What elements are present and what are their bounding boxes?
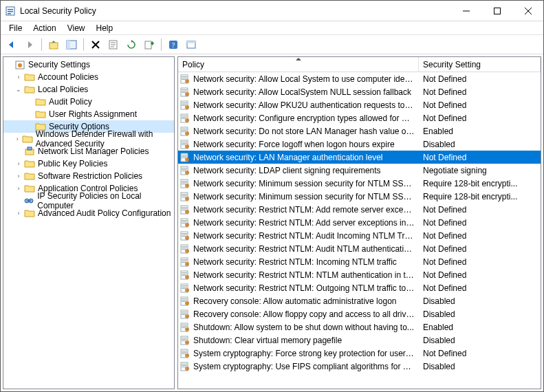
tree-item[interactable]: ›Advanced Audit Policy Configuration (3, 207, 174, 219)
svg-rect-85 (182, 220, 187, 221)
list-row[interactable]: Network security: Force logoff when logo… (178, 138, 541, 151)
security-settings-icon (14, 59, 25, 70)
tree-item-label: Advanced Audit Policy Configuration (38, 208, 171, 218)
close-button[interactable] (512, 1, 543, 21)
tree-item[interactable]: ⌄Local Policies (3, 83, 174, 96)
list-row[interactable]: Network security: Minimum session securi… (178, 177, 541, 190)
svg-rect-76 (182, 195, 187, 196)
tree-root[interactable]: ▶ Security Settings (3, 58, 174, 71)
delete-button[interactable] (87, 37, 104, 52)
tree-item[interactable]: ›Network List Manager Policies (3, 145, 174, 157)
tree-item-label: Windows Defender Firewall with Advanced … (36, 129, 171, 149)
list-row[interactable]: Shutdown: Allow system to be shut down w… (178, 320, 541, 334)
svg-point-103 (185, 262, 189, 266)
chevron-right-icon[interactable]: › (14, 209, 23, 217)
extra-button[interactable] (183, 37, 199, 52)
svg-point-78 (185, 197, 189, 201)
properties-button[interactable] (105, 37, 122, 52)
svg-rect-121 (182, 313, 187, 314)
cell-policy: Network security: Do not store LAN Manag… (193, 127, 419, 136)
cell-setting: Not Defined (419, 74, 541, 84)
tree-item[interactable]: ›Account Policies (3, 71, 174, 83)
svg-point-58 (185, 144, 189, 149)
list-body[interactable]: Network security: Allow Local System to … (178, 72, 541, 389)
cell-setting: Negotiate signing (419, 166, 541, 175)
list-row[interactable]: System cryptography: Force strong key pr… (178, 347, 541, 360)
svg-point-38 (185, 92, 189, 96)
cell-policy: Network security: Force logoff when logo… (193, 140, 419, 149)
tree-pane[interactable]: ▶ Security Settings ›Account Policies⌄Lo… (3, 56, 175, 389)
svg-rect-57 (182, 144, 186, 145)
list-row[interactable]: Network security: Allow Local System to … (178, 72, 541, 85)
svg-rect-71 (182, 182, 187, 183)
export-button[interactable] (141, 37, 157, 52)
tree-item-label: Account Policies (38, 72, 98, 82)
column-header-policy[interactable]: Policy (178, 57, 419, 72)
tree-item[interactable]: ›User Rights Assignment (3, 108, 174, 120)
back-button[interactable] (3, 37, 20, 52)
list-row[interactable]: Network security: Do not store LAN Manag… (178, 124, 541, 138)
list-row[interactable]: Network security: Restrict NTLM: Add rem… (178, 203, 541, 216)
tree-item[interactable]: ›Public Key Policies (3, 157, 174, 170)
svg-rect-95 (182, 246, 187, 247)
chevron-right-icon[interactable]: › (14, 135, 21, 143)
tree-item[interactable]: ›Audit Policy (3, 96, 174, 108)
chevron-right-icon[interactable]: › (14, 160, 23, 168)
cell-setting: Require 128-bit encrypti... (419, 179, 541, 188)
tree-item[interactable]: ›Software Restriction Policies (3, 170, 174, 182)
up-button[interactable] (45, 37, 62, 52)
policy-icon (179, 257, 191, 268)
svg-point-43 (185, 105, 189, 109)
folder-icon (24, 183, 35, 194)
help-button[interactable]: ? (165, 37, 182, 52)
cell-policy: Network security: Minimum session securi… (193, 192, 419, 202)
list-row[interactable]: Shutdown: Clear virtual memory pagefileD… (178, 334, 541, 347)
chevron-right-icon[interactable]: › (14, 172, 23, 180)
list-row[interactable]: Network security: LDAP client signing re… (178, 164, 541, 177)
svg-rect-111 (182, 287, 187, 287)
policy-icon (179, 139, 191, 150)
showlist-button[interactable] (63, 37, 80, 52)
list-row[interactable]: Network security: Allow LocalSystem NULL… (178, 85, 541, 98)
list-row[interactable]: Network security: Minimum session securi… (178, 190, 541, 203)
cell-setting: Not Defined (419, 113, 541, 123)
policy-icon (179, 283, 191, 294)
refresh-button[interactable] (123, 37, 140, 52)
list-row[interactable]: Network security: Restrict NTLM: Audit I… (178, 229, 541, 242)
app-icon (5, 6, 16, 17)
menu-file[interactable]: File (3, 22, 28, 34)
list-row[interactable]: Recovery console: Allow automatic admini… (178, 294, 541, 307)
list-row[interactable]: Network security: Restrict NTLM: NTLM au… (178, 268, 541, 281)
cell-policy: Network security: Minimum session securi… (193, 179, 419, 188)
chevron-down-icon[interactable]: ⌄ (14, 85, 23, 94)
chevron-right-icon[interactable]: › (14, 73, 23, 81)
svg-rect-52 (182, 131, 186, 132)
chevron-right-icon[interactable]: › (14, 184, 23, 193)
list-row[interactable]: System cryptography: Use FIPS compliant … (178, 360, 541, 373)
menu-view[interactable]: View (62, 22, 91, 34)
list-row[interactable]: Network security: LAN Manager authentica… (178, 151, 541, 164)
list-row[interactable]: Network security: Restrict NTLM: Add ser… (178, 216, 541, 229)
menu-action[interactable]: Action (28, 22, 61, 34)
maximize-button[interactable] (481, 1, 512, 21)
tree-item[interactable]: ›Windows Defender Firewall with Advanced… (3, 133, 174, 145)
policy-icon (179, 204, 191, 215)
cell-policy: Shutdown: Allow system to be shut down w… (193, 323, 419, 332)
forward-button[interactable] (21, 37, 38, 52)
policy-icon (179, 243, 191, 254)
list-row[interactable]: Network security: Allow PKU2U authentica… (178, 98, 541, 111)
menu-help[interactable]: Help (91, 22, 119, 34)
cell-policy: Network security: Configure encryption t… (193, 113, 419, 123)
cell-setting: Require 128-bit encrypti... (419, 192, 541, 202)
list-row[interactable]: Network security: Restrict NTLM: Outgoin… (178, 281, 541, 294)
minimize-button[interactable] (450, 1, 481, 21)
policy-icon (179, 191, 191, 202)
list-row[interactable]: Network security: Restrict NTLM: Incomin… (178, 255, 541, 268)
cell-setting: Disabled (419, 362, 541, 371)
list-row[interactable]: Recovery console: Allow floppy copy and … (178, 307, 541, 320)
column-header-setting[interactable]: Security Setting (419, 57, 541, 72)
svg-rect-17 (145, 41, 151, 49)
tree-item[interactable]: ›IP Security Policies on Local Computer (3, 195, 174, 207)
list-row[interactable]: Network security: Restrict NTLM: Audit N… (178, 242, 541, 255)
list-row[interactable]: Network security: Configure encryption t… (178, 111, 541, 124)
